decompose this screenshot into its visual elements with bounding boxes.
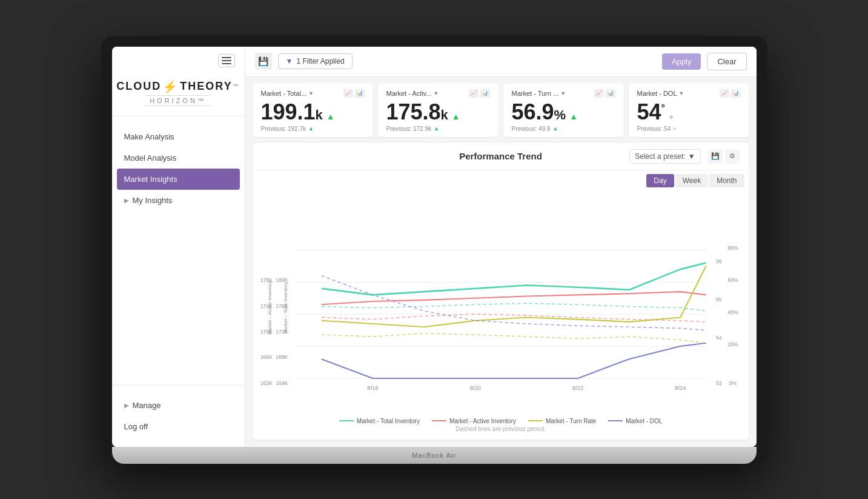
legend-total-inventory: Market - Total Inventory <box>339 418 420 424</box>
save-icon-button[interactable]: 💾 <box>255 53 272 70</box>
save-chart-icon[interactable]: 💾 <box>708 149 723 164</box>
kpi-bar-chart-icon[interactable]: 📊 <box>355 89 365 98</box>
svg-text:54: 54 <box>715 335 721 341</box>
prev-trend-icon: ▲ <box>308 126 314 132</box>
svg-text:8/22: 8/22 <box>572 384 583 390</box>
svg-text:20%: 20% <box>727 341 738 347</box>
chevron-right-icon: ▶ <box>124 197 129 204</box>
svg-text:80%: 80% <box>727 245 738 251</box>
kpi-prev-1: Previous: 192.7k ▲ <box>261 126 365 132</box>
legend-line-dol <box>608 420 623 421</box>
kpi-prev-4: Previous: 54 ● <box>637 126 741 132</box>
legend-line-total <box>339 420 354 421</box>
preset-select[interactable]: Select a preset: ▼ <box>629 149 700 164</box>
kpi-row: Market - Total... ▼ 📈 📊 199.1k ▲ Prev <box>245 77 757 143</box>
logo-horizon: HORIZON™ <box>145 95 211 106</box>
laptop-screen: CLOUD ⚡ THEORY™ HORIZON™ Make Analysis M… <box>112 47 757 447</box>
logo-area: CLOUD ⚡ THEORY™ HORIZON™ <box>112 75 245 116</box>
trend-up-icon: ▲ <box>326 112 335 121</box>
sidebar-item-market-insights[interactable]: Market Insights <box>117 169 240 190</box>
laptop-model: MacBook Air <box>412 452 456 459</box>
prev-trend-icon: ▲ <box>434 126 439 132</box>
kpi-icons-1: 📈 📊 <box>343 89 365 98</box>
svg-text:56: 56 <box>715 258 721 264</box>
kpi-dropdown-2[interactable]: Market - Activ... ▼ <box>386 90 439 97</box>
top-bar: 💾 ▼ 1 Filter Applied Apply Clear <box>245 47 757 77</box>
period-btn-month[interactable]: Month <box>709 174 744 187</box>
kpi-dropdown-1[interactable]: Market - Total... ▼ <box>261 90 314 97</box>
legend-label-dol: Market - DOL <box>626 418 662 424</box>
logo-trademark: ™ <box>233 83 240 90</box>
trend-dot-icon: ● <box>669 112 674 121</box>
svg-text:162K: 162K <box>260 380 272 386</box>
legend-label-total: Market - Total Inventory <box>357 418 420 424</box>
sidebar-menu-icon-area <box>112 47 245 75</box>
sidebar: CLOUD ⚡ THEORY™ HORIZON™ Make Analysis M… <box>112 47 245 447</box>
filter-label: 1 Filter Applied <box>296 57 344 65</box>
kpi-card-total-inventory: Market - Total... ▼ 📈 📊 199.1k ▲ Prev <box>253 83 373 137</box>
sidebar-item-model-analysis[interactable]: Model Analysis <box>112 147 245 169</box>
laptop-outer: CLOUD ⚡ THEORY™ HORIZON™ Make Analysis M… <box>101 36 767 464</box>
settings-chart-icon[interactable]: ⚙ <box>725 149 740 164</box>
svg-text:Market – Active Inventory: Market – Active Inventory <box>267 281 273 335</box>
nav-items: Make Analysis Model Analysis Market Insi… <box>112 116 245 384</box>
kpi-card-active-inventory: Market - Activ... ▼ 📈 📊 175.8k ▲ Prev <box>378 83 499 137</box>
nav-bottom: ▶ Manage Log off <box>112 384 245 447</box>
sidebar-item-manage[interactable]: ▶ Manage <box>112 395 245 416</box>
chart-title: Performance Trend <box>421 151 580 161</box>
svg-text:164K: 164K <box>276 380 288 386</box>
main-content: 💾 ▼ 1 Filter Applied Apply Clear Market … <box>245 47 757 447</box>
chart-canvas-area: 162K 166K 170K 174K 178K 164K 168K 172K … <box>257 189 744 414</box>
hamburger-menu-icon[interactable] <box>218 54 235 67</box>
svg-text:0%: 0% <box>729 380 737 386</box>
chevron-down-icon: ▼ <box>308 90 314 96</box>
logo-bolt-icon: ⚡ <box>162 79 179 94</box>
trend-up-icon: ▲ <box>569 112 578 121</box>
sidebar-item-my-insights[interactable]: ▶ My Insights <box>112 190 245 211</box>
filter-icon: ▼ <box>286 57 293 65</box>
period-btn-week[interactable]: Week <box>675 174 708 187</box>
legend-line-turn <box>528 420 543 421</box>
kpi-value-3: 56.9% <box>512 101 566 123</box>
chart-note: Dashed lines are previous period. <box>257 426 744 435</box>
kpi-dropdown-4[interactable]: Market - DOL ▼ <box>637 90 684 97</box>
kpi-card-dol: Market - DOL ▼ 📈 📊 54° ● Previous: 54 <box>629 83 749 137</box>
period-btn-day[interactable]: Day <box>646 174 674 187</box>
kpi-line-chart-icon[interactable]: 📈 <box>594 89 604 98</box>
svg-text:53: 53 <box>715 380 721 386</box>
chart-period-row: Day Week Month <box>253 170 749 189</box>
svg-text:168K: 168K <box>276 354 288 360</box>
logo-main: CLOUD ⚡ THEORY™ <box>116 79 239 94</box>
legend-turn-rate: Market - Turn Rate <box>528 418 596 424</box>
sidebar-item-logoff[interactable]: Log off <box>112 416 245 437</box>
kpi-bar-chart-icon[interactable]: 📊 <box>731 89 741 98</box>
kpi-value-2: 175.8k <box>386 101 448 123</box>
kpi-bar-chart-icon[interactable]: 📊 <box>606 89 615 98</box>
apply-button[interactable]: Apply <box>662 53 701 70</box>
filter-badge[interactable]: ▼ 1 Filter Applied <box>278 53 353 69</box>
svg-text:Market – Total Inventory: Market – Total Inventory <box>282 282 288 333</box>
svg-text:55: 55 <box>715 296 721 303</box>
kpi-title-2: Market - Activ... <box>386 90 432 97</box>
kpi-dropdown-3[interactable]: Market - Turn ... ▼ <box>512 90 566 97</box>
legend-label-turn: Market - Turn Rate <box>546 418 596 424</box>
chart-legend: Market - Total Inventory Market - Active… <box>257 414 744 426</box>
prev-dot-icon: ● <box>673 126 676 132</box>
clear-button[interactable]: Clear <box>707 53 746 70</box>
kpi-card-turn-rate: Market - Turn ... ▼ 📈 📊 56.9% ▲ Previ <box>503 83 624 137</box>
sidebar-item-make-analysis[interactable]: Make Analysis <box>112 126 245 147</box>
prev-trend-icon: ▲ <box>552 126 558 132</box>
svg-text:60%: 60% <box>727 277 738 283</box>
logo-theory: THEORY <box>180 80 232 93</box>
svg-text:8/20: 8/20 <box>469 384 481 390</box>
chevron-down-icon: ▼ <box>688 152 695 161</box>
kpi-bar-chart-icon[interactable]: 📊 <box>480 89 490 98</box>
legend-active-inventory: Market - Active Inventory <box>432 418 516 424</box>
chart-body: 162K 166K 170K 174K 178K 164K 168K 172K … <box>253 189 749 440</box>
kpi-value-4: 54° <box>637 101 665 123</box>
kpi-line-chart-icon[interactable]: 📈 <box>343 89 353 98</box>
svg-text:8/18: 8/18 <box>367 384 379 390</box>
chevron-right-icon: ▶ <box>124 402 129 409</box>
kpi-line-chart-icon[interactable]: 📈 <box>469 89 479 98</box>
kpi-line-chart-icon[interactable]: 📈 <box>720 89 729 98</box>
